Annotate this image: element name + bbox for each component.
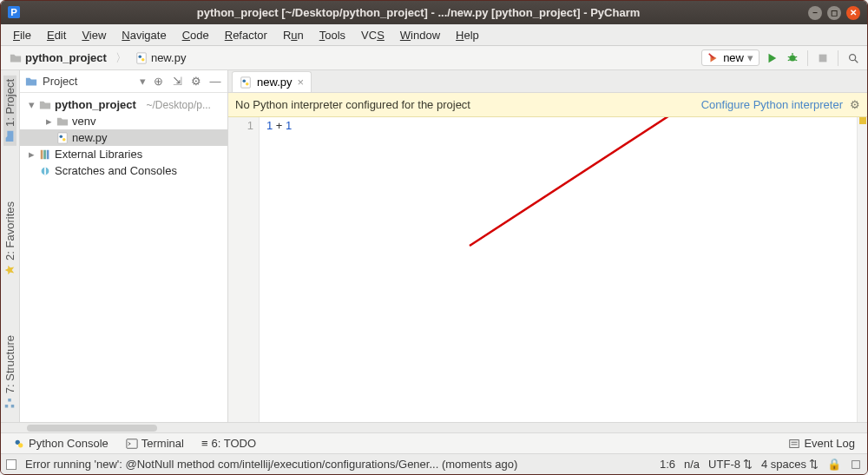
project-view-icon [25, 76, 37, 88]
terminal-button[interactable]: Terminal [119, 435, 191, 452]
expand-arrow-icon[interactable]: ▾ [27, 98, 36, 111]
python-console-button[interactable]: Python Console [6, 435, 115, 452]
configure-interpreter-link[interactable]: Configure Python interpreter [701, 98, 843, 111]
expand-arrow-icon[interactable]: ▸ [44, 115, 53, 128]
menu-tools[interactable]: Tools [312, 27, 352, 43]
menu-run[interactable]: Run [276, 27, 311, 43]
code-area[interactable]: 1 + 1 [260, 117, 857, 422]
svg-line-13 [795, 59, 798, 60]
svg-rect-21 [58, 132, 68, 142]
menu-file[interactable]: File [6, 27, 38, 43]
svg-line-10 [788, 56, 791, 57]
todo-button[interactable]: ≡ 6: TODO [194, 435, 263, 452]
python-file-icon [135, 52, 148, 64]
breadcrumb-file[interactable]: new.py [132, 49, 189, 66]
status-message[interactable]: Error running 'new': @NotNull method com… [25, 458, 651, 471]
breadcrumb-separator-icon: 〉 [114, 50, 128, 66]
folder-icon [10, 52, 22, 64]
left-tab-project[interactable]: 1: Project [3, 76, 16, 146]
svg-rect-29 [241, 76, 251, 87]
stop-button[interactable] [814, 49, 832, 67]
line-number-gutter: 1 [228, 117, 260, 422]
tool-windows-toggle[interactable] [6, 459, 16, 470]
menu-edit[interactable]: Edit [40, 27, 73, 43]
tree-node-external-libraries[interactable]: ▸ External Libraries [20, 146, 227, 162]
svg-rect-24 [41, 149, 43, 159]
project-header: Project ▾ ⊕ ⇲ ⚙ — [20, 70, 227, 93]
main-body: 1: Project 2: Favorites 7: Structure Pro… [1, 70, 867, 422]
left-gutter: 1: Project 2: Favorites 7: Structure [1, 70, 20, 422]
updown-icon: ⇅ [809, 458, 819, 471]
error-stripe[interactable] [857, 117, 867, 422]
breadcrumb-project[interactable]: python_project [6, 49, 110, 66]
svg-rect-25 [43, 149, 46, 159]
chevron-down-icon: ▾ [747, 51, 753, 64]
svg-rect-39 [852, 460, 860, 468]
window-title: python_project [~/Desktop/python_project… [29, 6, 808, 19]
warning-message: No Python interpreter configured for the… [235, 98, 694, 111]
warning-marker-icon[interactable] [859, 117, 866, 124]
project-header-title[interactable]: Project [43, 75, 135, 88]
folder-icon [56, 115, 69, 128]
expand-arrow-icon[interactable]: ▸ [27, 148, 36, 161]
minimize-button[interactable]: – [808, 6, 822, 20]
menu-vcs[interactable]: VCS [354, 27, 391, 43]
run-button[interactable] [763, 49, 780, 67]
encoding-selector[interactable]: UTF-8 ⇅ [708, 458, 753, 471]
svg-rect-2 [137, 52, 147, 63]
svg-point-8 [790, 55, 796, 61]
memory-indicator[interactable] [850, 459, 862, 471]
left-tab-structure[interactable]: 7: Structure [3, 332, 16, 412]
terminal-icon [126, 438, 138, 450]
navbar: python_project 〉 new.py new ▾ [1, 46, 867, 70]
tree-node-project-root[interactable]: ▾ python_project ~/Desktop/p... [20, 96, 227, 113]
menu-code[interactable]: Code [175, 27, 216, 43]
search-button[interactable] [845, 49, 862, 67]
menu-navigate[interactable]: Navigate [115, 27, 173, 43]
svg-point-4 [141, 58, 145, 62]
editor-tab-newpy[interactable]: new.py × [232, 71, 312, 92]
chevron-down-icon[interactable]: ▾ [140, 75, 146, 88]
close-tab-icon[interactable]: × [297, 76, 304, 89]
menu-view[interactable]: View [75, 27, 113, 43]
gear-icon[interactable]: ⚙ [189, 75, 203, 89]
run-config-icon [707, 52, 720, 64]
svg-point-3 [138, 55, 141, 58]
svg-point-34 [18, 443, 23, 447]
left-tab-favorites[interactable]: 2: Favorites [3, 198, 16, 280]
tree-node-newpy[interactable]: new.py [20, 129, 227, 146]
svg-text:P: P [10, 6, 17, 16]
run-config-selector[interactable]: new ▾ [701, 49, 760, 66]
svg-point-22 [60, 135, 63, 138]
svg-rect-14 [819, 54, 827, 62]
menu-refactor[interactable]: Refactor [218, 27, 274, 43]
svg-line-11 [795, 56, 798, 57]
line-column-indicator[interactable]: 1:6 [660, 458, 675, 471]
python-file-icon [240, 76, 252, 89]
close-button[interactable]: ✕ [846, 6, 860, 20]
debug-button[interactable] [784, 49, 801, 67]
event-log-button[interactable]: Event Log [781, 435, 862, 452]
indent-selector[interactable]: 4 spaces ⇅ [761, 458, 819, 471]
svg-line-12 [788, 59, 791, 60]
collapse-all-icon[interactable]: ⇲ [170, 75, 184, 89]
readonly-lock-icon[interactable]: 🔒 [827, 458, 841, 471]
menu-window[interactable]: Window [393, 27, 447, 43]
svg-point-31 [246, 82, 249, 86]
maximize-button[interactable]: ◻ [827, 6, 841, 20]
tree-node-venv[interactable]: ▸ venv [20, 113, 227, 129]
menu-help[interactable]: Help [449, 27, 486, 43]
titlebar: P python_project [~/Desktop/python_proje… [1, 1, 867, 24]
code-editor[interactable]: 1 1 + 1 [228, 117, 867, 422]
svg-marker-7 [769, 53, 777, 63]
app-icon: P [8, 6, 22, 20]
gear-icon[interactable]: ⚙ [850, 98, 860, 111]
hide-icon[interactable]: — [208, 75, 222, 89]
python-icon [13, 438, 25, 450]
horizontal-scrollbar[interactable] [27, 425, 157, 432]
editor-tabstrip: new.py × [228, 70, 867, 93]
scroll-from-source-icon[interactable]: ⊕ [151, 75, 165, 89]
svg-rect-36 [790, 439, 799, 447]
tree-node-scratches[interactable]: Scratches and Consoles [20, 162, 227, 179]
project-tool-window: Project ▾ ⊕ ⇲ ⚙ — ▾ python_project ~/Des… [20, 70, 228, 422]
